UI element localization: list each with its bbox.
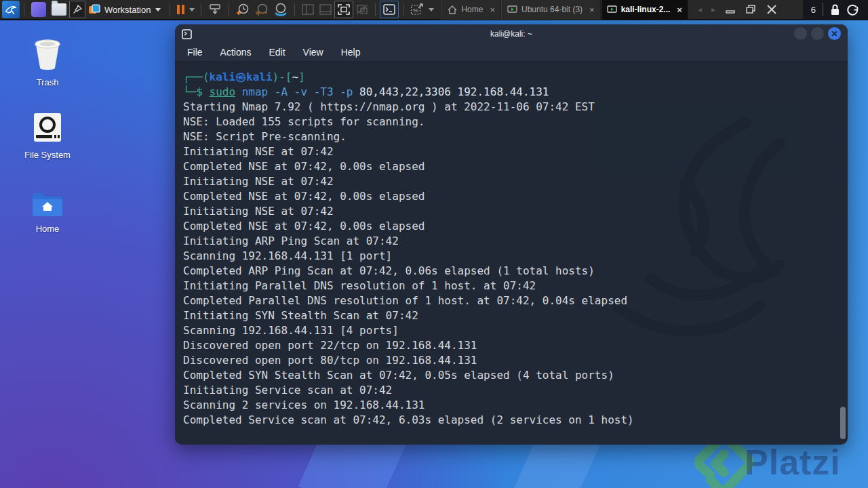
show-thumbnail-bar-button[interactable] [317, 1, 334, 18]
fullscreen-button[interactable] [334, 1, 353, 18]
terminal-scrollbar-thumb[interactable] [840, 407, 846, 439]
prompt-frame: ] [298, 70, 305, 83]
terminal-prompt-line1: ┌──(kali㉿kali)-[~] [183, 70, 838, 85]
tab-kali-linux[interactable]: kali-linux-2... × [601, 0, 688, 20]
svg-text:%: % [413, 7, 418, 14]
terminal-output-line: Completed SYN Stealth Scan at 07:42, 0.0… [183, 368, 838, 383]
prompt-frame: └─$ [183, 85, 210, 98]
terminal-output-line: Discovered open port 80/tcp on 192.168.4… [183, 353, 838, 368]
pin-toolbar-button[interactable] [69, 1, 85, 18]
terminal-output-line: NSE: Loaded 155 scripts for scanning. [183, 115, 838, 129]
terminal-minimize-button[interactable] [794, 27, 807, 40]
vm-running-icon [507, 5, 517, 14]
zoom-percent-icon: % [410, 3, 424, 16]
tab-label: kali-linux-2... [621, 5, 671, 14]
close-window-icon[interactable] [766, 4, 778, 15]
console-icon [383, 4, 395, 15]
terminal-titlebar[interactable]: kali@kali: ~ ✕ [175, 24, 848, 43]
chevron-down-icon [155, 8, 161, 12]
terminal-output-line: Initiating SYN Stealth Scan at 07:42 [183, 308, 838, 323]
terminal-window: kali@kali: ~ ✕ FileActionsEditViewHelp ┌… [175, 24, 848, 445]
prompt-frame: )-[ [273, 70, 292, 83]
terminal-output-line: Scanning 192.168.44.131 [1 port] [183, 249, 838, 264]
lock-icon[interactable] [830, 4, 840, 16]
terminal-app-icon [182, 29, 192, 39]
tab-close-icon[interactable]: × [490, 5, 495, 15]
terminal-menu-item[interactable]: File [187, 47, 203, 58]
terminal-output-line: Scanning 2 services on 192.168.44.131 [183, 398, 838, 413]
tab-scroll-right-icon[interactable]: ▸ [711, 5, 715, 14]
command-arguments: 80,443,22,3306 192.168.44.131 [353, 85, 549, 98]
snapshot-take-icon [236, 3, 250, 16]
kali-taskbar-icon[interactable] [2, 1, 20, 18]
toolbar-separator [403, 3, 403, 16]
logout-icon[interactable] [847, 4, 859, 16]
send-ctrl-alt-del-button[interactable] [205, 1, 224, 18]
console-view-button[interactable] [380, 1, 399, 18]
terminal-output-line: Completed ARP Ping Scan at 07:42, 0.06s … [183, 264, 838, 279]
thumbnail-bar-icon [319, 4, 332, 15]
terminal-output-line: Initiating Parallel DNS resolution of 1 … [183, 279, 838, 293]
terminal-menu-item[interactable]: View [303, 47, 323, 58]
files-app-icon[interactable] [49, 1, 69, 18]
vmware-toolbar: Workstation [0, 0, 868, 20]
screen: Platzi Trash File System Home [0, 0, 868, 488]
tray-separator [823, 3, 823, 16]
unity-icon [356, 4, 368, 15]
terminal-output-line: Completed Parallel DNS resolution of 1 h… [183, 293, 838, 308]
toolbar-separator [24, 3, 24, 16]
minimize-window-icon[interactable] [725, 5, 736, 14]
home-tab-icon [448, 5, 457, 14]
snapshot-revert-icon [255, 3, 269, 16]
take-snapshot-button[interactable] [233, 1, 252, 18]
command-name: nmap [235, 85, 275, 98]
terminal-output-line: Starting Nmap 7.92 ( https://nmap.org ) … [183, 100, 838, 115]
restore-window-icon[interactable] [745, 5, 756, 14]
pin-icon [73, 5, 82, 14]
command-options: -A -v -T3 -p [275, 85, 353, 98]
terminal-output-line: Initiating ARP Ping Scan at 07:42 [183, 234, 838, 249]
workstation-menu-label: Workstation [104, 5, 151, 15]
desktop-icon-home[interactable]: Home [15, 191, 80, 234]
workstation-menu-button[interactable]: Workstation [85, 1, 165, 18]
suspend-options-chevron-icon[interactable] [189, 8, 195, 12]
terminal-close-button[interactable]: ✕ [828, 27, 841, 40]
suspend-vm-button[interactable] [174, 1, 187, 18]
tab-home[interactable]: Home × [441, 0, 501, 20]
terminal-menu-item[interactable]: Actions [220, 47, 252, 58]
toolbar-separator [201, 3, 201, 16]
terminal-menu-item[interactable]: Help [341, 47, 361, 58]
terminal-menubar: FileActionsEditViewHelp [175, 43, 848, 62]
zoom-options-chevron-icon[interactable] [429, 8, 434, 12]
tray-counter: 6 [811, 5, 816, 15]
manage-snapshots-button[interactable] [271, 1, 290, 18]
terminal-output-line: Initiating NSE at 07:42 [183, 204, 838, 219]
tab-ubuntu[interactable]: Ubuntu 64-bit (3) × [501, 0, 601, 20]
desktop-icon-file-system[interactable]: File System [15, 112, 80, 160]
tab-label: Home [461, 5, 483, 14]
terminal-output-line: Completed NSE at 07:42, 0.00s elapsed [183, 219, 838, 234]
terminal-window-title: kali@kali: ~ [175, 29, 848, 39]
desktop-icon-trash[interactable]: Trash [15, 38, 80, 87]
show-library-button[interactable] [299, 1, 317, 18]
terminal-output-area[interactable]: ┌──(kali㉿kali)-[~] └─$ sudo nmap -A -v -… [175, 62, 848, 445]
terminal-command-line: └─$ sudo nmap -A -v -T3 -p 80,443,22,330… [183, 85, 838, 100]
tab-label: Ubuntu 64-bit (3) [521, 5, 583, 14]
revert-snapshot-button[interactable] [252, 1, 271, 18]
terminal-output-line: Completed NSE at 07:42, 0.00s elapsed [183, 189, 838, 204]
tab-close-icon[interactable]: × [677, 5, 682, 15]
tab-scroll-left-icon[interactable]: ◂ [698, 5, 702, 14]
pause-icon [177, 5, 184, 14]
terminal-menu-item[interactable]: Edit [269, 47, 285, 58]
ctrl-alt-del-icon [208, 3, 222, 16]
terminal-output-line: Completed NSE at 07:42, 0.00s elapsed [183, 159, 838, 174]
desktop-icon-label: Home [15, 224, 80, 234]
fit-guest-zoom-button[interactable]: % [408, 1, 427, 18]
library-panel-icon [302, 4, 314, 15]
snapshot-manager-icon [274, 3, 288, 16]
tab-close-icon[interactable]: × [589, 5, 595, 15]
terminal-output-line: Completed Service scan at 07:42, 6.03s e… [183, 413, 838, 428]
app-launcher-icon[interactable] [28, 1, 49, 18]
terminal-maximize-button[interactable] [811, 27, 824, 40]
unity-mode-button[interactable] [353, 1, 371, 18]
